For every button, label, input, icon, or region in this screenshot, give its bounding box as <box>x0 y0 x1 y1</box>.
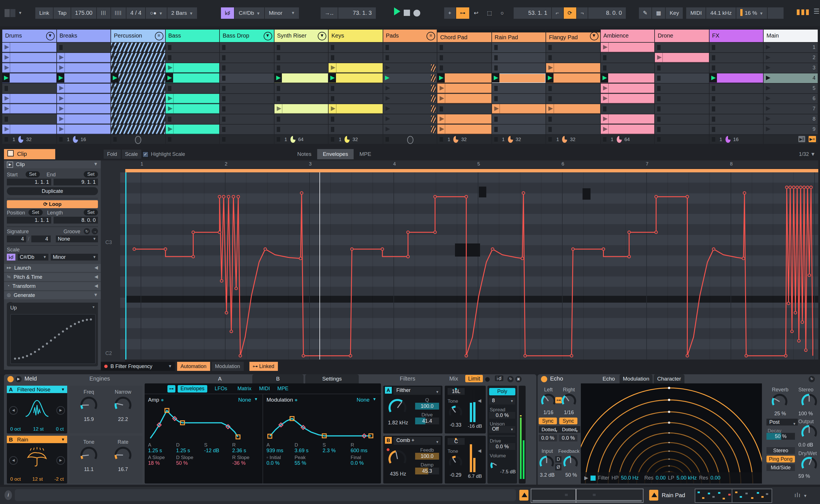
clip-slot[interactable] <box>437 43 491 52</box>
clip-slot[interactable] <box>57 104 110 114</box>
chevron-circle-icon[interactable]: ▼ <box>263 32 272 40</box>
mix-a-level-handle[interactable]: ◀ <box>478 398 481 403</box>
env-param[interactable]: A939 ms <box>267 442 295 453</box>
duplicate-button[interactable]: Duplicate <box>7 187 98 195</box>
clip-slot[interactable] <box>165 73 219 83</box>
clip-slot[interactable] <box>165 63 219 73</box>
engine-b-prev-icon[interactable]: ◀ <box>9 456 18 465</box>
clip-slot[interactable] <box>546 43 600 52</box>
nudge-up-button[interactable]: |||| <box>111 7 126 19</box>
clip-checkbox[interactable] <box>7 150 14 156</box>
clip-slot[interactable] <box>165 94 219 104</box>
clip-slot[interactable] <box>600 53 654 63</box>
clip-slot[interactable] <box>2 84 56 93</box>
echo-on-toggle[interactable] <box>541 376 547 382</box>
clip-slot[interactable] <box>57 84 110 93</box>
stereo-mode-button[interactable]: Stereo <box>767 447 795 454</box>
scale-icon[interactable]: ♭♯ <box>7 254 15 261</box>
clip-slot[interactable] <box>437 84 491 93</box>
meld-tab-b[interactable]: B <box>252 374 304 383</box>
loop-position-field[interactable]: 1. 1. 1 <box>7 217 51 224</box>
env-param[interactable]: R600 ms <box>351 442 379 453</box>
track-header-drums[interactable]: Drums▼ <box>2 30 56 42</box>
loop-start-field[interactable]: 53. 1. 1 <box>514 7 551 19</box>
echo-lp-value[interactable]: 5.00 kHz <box>677 475 697 481</box>
echo-input-knob[interactable] <box>539 455 555 472</box>
clip-slot[interactable] <box>383 94 437 104</box>
track-status[interactable]: 132 <box>546 135 600 144</box>
echo-filter-expand-icon[interactable]: ▶ <box>584 475 588 481</box>
clip-slot[interactable] <box>111 84 165 93</box>
clip-slot[interactable] <box>274 104 328 114</box>
clip-slot[interactable] <box>57 63 110 73</box>
clip-slot[interactable] <box>437 104 491 114</box>
scene-slot-4[interactable]: 4 <box>764 73 818 83</box>
clip-slot[interactable] <box>709 104 763 114</box>
tempo-field[interactable]: 175.00 <box>71 7 96 19</box>
clip-slot[interactable] <box>111 43 165 52</box>
echo-tab-echo[interactable]: Echo <box>599 374 619 383</box>
arrangement-position-field[interactable]: 73. 1. 3 <box>338 7 376 19</box>
env-param[interactable]: A Slope18 % <box>148 455 176 466</box>
track-status[interactable] <box>220 135 274 144</box>
chevron-circle-icon[interactable]: ▼ <box>318 32 326 40</box>
clip-slot[interactable] <box>274 43 328 52</box>
track-header-chord-pad[interactable]: Chord Pad <box>437 30 491 42</box>
clip-slot[interactable] <box>165 43 219 52</box>
groove-selector[interactable]: None▼ <box>55 236 98 242</box>
mix-b-tone-knob[interactable] <box>448 455 463 471</box>
clip-slot[interactable] <box>329 43 382 52</box>
engine-a-cents[interactable]: 0 ct <box>56 426 64 432</box>
clip-slot[interactable] <box>437 73 491 83</box>
track-header-bass[interactable]: Bass <box>165 30 219 42</box>
clip-slot[interactable] <box>329 104 382 114</box>
back-to-arrangement-icon[interactable]: ▶≡ <box>808 136 816 142</box>
envelope-target-selector[interactable]: B Filter Frequency▼ <box>101 362 175 371</box>
env-param[interactable]: D Slope50 % <box>176 455 204 466</box>
scene-slot-9[interactable]: 9 <box>764 125 818 134</box>
clip-slot[interactable] <box>111 73 165 83</box>
echo-res1-value[interactable]: 0.00 <box>656 475 666 481</box>
clip-slot[interactable] <box>274 73 328 83</box>
menu-icon[interactable]: ☰ <box>813 7 820 19</box>
punch-in-button[interactable]: ⌐ <box>552 7 563 19</box>
clip-slot[interactable] <box>2 94 56 104</box>
track-status[interactable]: 116 <box>709 135 763 144</box>
clip-slot[interactable] <box>546 63 600 73</box>
meld-preview-icon[interactable]: ▶ <box>15 376 22 382</box>
scene-slot-2[interactable]: 2 <box>764 53 818 63</box>
highlight-scale-checkbox[interactable]: ✓ <box>142 151 149 157</box>
clip-slot[interactable] <box>492 73 545 83</box>
clip-slot[interactable] <box>220 125 274 134</box>
clip-slot[interactable] <box>437 94 491 104</box>
section-launch[interactable]: ▸▸Launch◀ <box>4 264 101 272</box>
linked-toggle[interactable]: ⊶ Linked <box>249 362 278 371</box>
scene-slot-3[interactable]: 3 <box>764 63 818 73</box>
env-param[interactable]: D3.69 s <box>295 442 323 453</box>
clip-end-field[interactable]: 9. 1. 1 <box>53 179 98 185</box>
filter-a-freq-knob[interactable] <box>388 398 407 419</box>
echo-right-mode-selector[interactable]: Dotted▼ <box>559 426 580 433</box>
clip-slot[interactable] <box>220 63 274 73</box>
clip-slot[interactable] <box>492 125 545 134</box>
echo-right-sync-button[interactable]: Sync <box>559 418 577 424</box>
track-header-synth-riser[interactable]: Synth Riser▼ <box>274 30 328 42</box>
tab-mpe[interactable]: MPE <box>354 149 377 159</box>
clip-slot[interactable] <box>437 53 491 63</box>
clip-slot[interactable] <box>492 104 545 114</box>
loop-length-field[interactable]: 8. 0. 0 <box>53 217 98 224</box>
clip-slot[interactable] <box>437 63 491 73</box>
chevron-left-icon[interactable]: ◀ <box>94 282 98 290</box>
automation-editor[interactable] <box>125 172 818 360</box>
window-controls[interactable]: ▼ <box>5 7 22 19</box>
clip-slot[interactable] <box>329 63 382 73</box>
rate-knob[interactable] <box>114 446 132 465</box>
key-scale-menu[interactable]: Minor▼ <box>265 7 299 19</box>
echo-left-mode-selector[interactable]: Dotted▼ <box>539 426 560 433</box>
midi-map-button[interactable]: MIDI <box>687 7 706 19</box>
signature-denominator-field[interactable]: 4 <box>31 236 50 242</box>
clip-slot[interactable] <box>329 125 382 134</box>
clip-slot[interactable] <box>383 63 437 73</box>
scene-slot-6[interactable]: 6 <box>764 94 818 104</box>
q-value-slider[interactable]: 100.0 <box>415 403 439 410</box>
